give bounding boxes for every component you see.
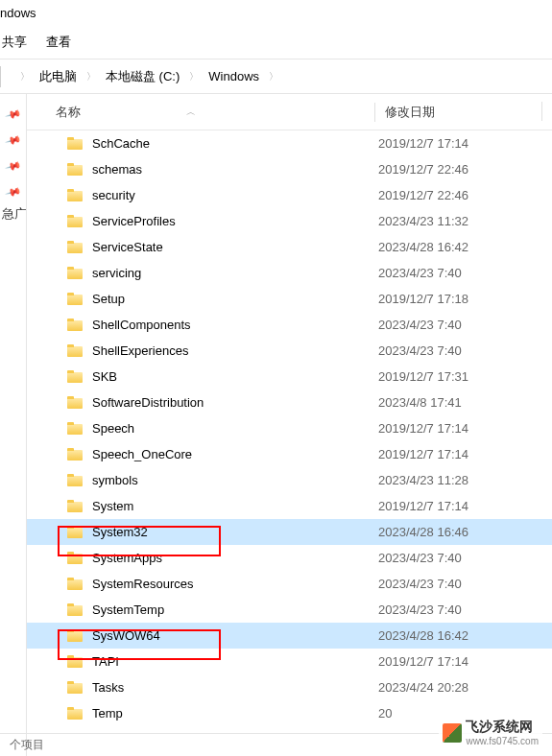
- file-date: 2019/12/7 22:46: [378, 162, 468, 177]
- chevron-right-icon[interactable]: 〉: [183, 70, 204, 83]
- folder-icon: [67, 500, 83, 512]
- breadcrumb: 〉 此电脑 〉 本地磁盘 (C:) 〉 Windows 〉: [5, 68, 284, 85]
- file-name: SoftwareDistribution: [92, 395, 378, 410]
- sidebar: 📌 📌 📌 📌 急广: [0, 94, 27, 756]
- chevron-right-icon[interactable]: 〉: [14, 70, 36, 83]
- file-name: SysWOW64: [92, 628, 378, 643]
- file-row[interactable]: System2019/12/7 17:14: [27, 493, 552, 519]
- file-row[interactable]: Tasks2023/4/24 20:28: [27, 674, 552, 700]
- file-date: 2019/12/7 17:18: [378, 292, 468, 306]
- header-name-label: 名称: [56, 104, 81, 121]
- file-name: Speech: [92, 421, 378, 436]
- file-row[interactable]: symbols2023/4/23 11:28: [27, 467, 552, 493]
- chevron-right-icon[interactable]: 〉: [81, 70, 102, 83]
- file-date: 2023/4/23 7:40: [378, 318, 462, 332]
- file-date: 2023/4/8 17:41: [378, 395, 462, 410]
- file-row[interactable]: SKB2019/12/7 17:31: [27, 364, 552, 390]
- file-name: SKB: [92, 369, 378, 384]
- folder-icon: [67, 370, 83, 383]
- file-row[interactable]: SysWOW642023/4/28 16:42: [27, 623, 552, 649]
- chevron-right-icon[interactable]: 〉: [263, 70, 284, 83]
- file-date: 2019/12/7 17:14: [378, 447, 468, 461]
- folder-icon: [67, 448, 83, 461]
- pin-icon[interactable]: 📌: [5, 131, 23, 149]
- breadcrumb-folder[interactable]: Windows: [208, 69, 259, 83]
- column-header-date[interactable]: 修改日期: [385, 104, 435, 121]
- file-date: 2019/12/7 17:14: [378, 499, 468, 513]
- file-date: 2023/4/24 20:28: [378, 680, 468, 695]
- watermark-text: 飞沙系统网: [466, 719, 533, 734]
- folder-icon: [67, 629, 83, 642]
- file-date: 2023/4/23 7:40: [378, 551, 462, 565]
- tab-view[interactable]: 查看: [46, 34, 71, 51]
- pin-icon[interactable]: 📌: [5, 106, 23, 123]
- folder-icon: [67, 603, 83, 616]
- file-date: 2023/4/28 16:46: [378, 525, 468, 539]
- file-row[interactable]: ServiceState2023/4/28 16:42: [27, 234, 552, 260]
- folder-icon: [67, 137, 83, 150]
- file-row[interactable]: security2019/12/7 22:46: [27, 182, 552, 208]
- folder-icon: [67, 189, 83, 201]
- file-row[interactable]: schemas2019/12/7 22:46: [27, 156, 552, 182]
- folder-icon: [67, 655, 83, 668]
- file-name: Speech_OneCore: [92, 447, 378, 461]
- file-row[interactable]: ShellExperiences2023/4/23 7:40: [27, 338, 552, 364]
- file-date: 20: [378, 706, 392, 721]
- pin-icon[interactable]: 📌: [5, 183, 23, 201]
- file-date: 2023/4/23 7:40: [378, 266, 462, 280]
- file-date: 2019/12/7 17:31: [378, 369, 468, 384]
- watermark: 飞沙系统网 www.fs0745.com: [439, 717, 542, 748]
- column-header-name[interactable]: 名称 ︿: [56, 104, 365, 121]
- file-row[interactable]: ShellComponents2023/4/23 7:40: [27, 312, 552, 338]
- file-date: 2023/4/23 7:40: [378, 343, 462, 358]
- file-row[interactable]: SystemTemp2023/4/23 7:40: [27, 597, 552, 623]
- file-name: Tasks: [92, 680, 378, 695]
- file-date: 2023/4/28 16:42: [378, 628, 468, 643]
- folder-icon: [67, 293, 83, 305]
- file-name: SystemTemp: [92, 602, 378, 617]
- file-list-panel: 名称 ︿ 修改日期 SchCache2019/12/7 17:14schemas…: [27, 94, 552, 756]
- file-name: schemas: [92, 162, 378, 177]
- file-row[interactable]: SchCache2019/12/7 17:14: [27, 130, 552, 156]
- column-separator[interactable]: [374, 103, 375, 122]
- file-row[interactable]: Speech2019/12/7 17:14: [27, 415, 552, 441]
- file-name: Temp: [92, 706, 378, 721]
- file-row[interactable]: SystemResources2023/4/23 7:40: [27, 571, 552, 597]
- folder-icon: [67, 552, 83, 564]
- file-list: SchCache2019/12/7 17:14schemas2019/12/7 …: [27, 130, 552, 726]
- file-name: System: [92, 499, 378, 513]
- file-name: ShellExperiences: [92, 343, 378, 358]
- sort-indicator-icon: ︿: [186, 106, 196, 119]
- file-row[interactable]: servicing2023/4/23 7:40: [27, 260, 552, 286]
- file-row[interactable]: Setup2019/12/7 17:18: [27, 286, 552, 312]
- file-row[interactable]: ServiceProfiles2023/4/23 11:32: [27, 208, 552, 234]
- file-name: SystemResources: [92, 577, 378, 591]
- pin-icon[interactable]: 📌: [5, 157, 23, 175]
- file-name: SchCache: [92, 136, 378, 151]
- file-date: 2023/4/23 11:32: [378, 214, 468, 228]
- breadcrumb-drive[interactable]: 本地磁盘 (C:): [106, 68, 180, 85]
- file-name: ShellComponents: [92, 318, 378, 332]
- folder-icon: [67, 578, 83, 590]
- folder-icon: [67, 422, 83, 435]
- folder-icon: [67, 241, 83, 253]
- sidebar-label[interactable]: 急广: [0, 205, 26, 223]
- file-name: TAPI: [92, 654, 378, 669]
- file-name: System32: [92, 525, 378, 539]
- folder-icon: [67, 396, 83, 409]
- file-row[interactable]: TAPI2019/12/7 17:14: [27, 649, 552, 674]
- folder-icon: [67, 267, 83, 279]
- file-row[interactable]: System322023/4/28 16:46: [27, 519, 552, 545]
- file-row[interactable]: Speech_OneCore2019/12/7 17:14: [27, 441, 552, 467]
- tab-share[interactable]: 共享: [2, 34, 27, 51]
- breadcrumb-pc[interactable]: 此电脑: [39, 68, 77, 85]
- folder-icon: [67, 681, 83, 694]
- watermark-url: www.fs0745.com: [466, 736, 539, 746]
- column-separator[interactable]: [541, 102, 542, 121]
- file-name: SystemApps: [92, 551, 378, 565]
- file-row[interactable]: SoftwareDistribution2023/4/8 17:41: [27, 390, 552, 415]
- file-name: servicing: [92, 266, 378, 280]
- file-row[interactable]: SystemApps2023/4/23 7:40: [27, 545, 552, 571]
- file-name: ServiceState: [92, 240, 378, 254]
- file-date: 2023/4/23 11:28: [378, 473, 468, 487]
